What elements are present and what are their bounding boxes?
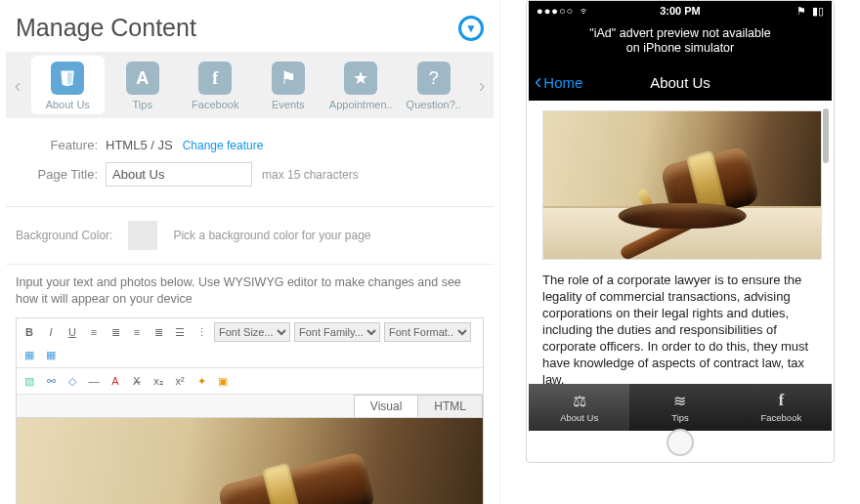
tab-appointments[interactable]: ★ Appointmen.. xyxy=(324,56,398,114)
align-left-button[interactable]: ≡ xyxy=(85,323,103,341)
text-color-button[interactable]: A xyxy=(107,372,124,390)
editor-mode-tabs: Visual HTML xyxy=(17,395,483,418)
align-right-button[interactable]: ≡ xyxy=(128,323,146,341)
feature-value: HTML5 / JS xyxy=(106,138,173,152)
panel-header: Manage Content ▼ xyxy=(6,10,494,52)
underline-button[interactable]: U xyxy=(64,323,81,341)
iad-line1: "iAd" advert preview not available xyxy=(529,26,832,41)
tab-label: Tips xyxy=(108,99,178,110)
phone-tab-label: About Us xyxy=(560,412,598,423)
iad-banner: "iAd" advert preview not available on iP… xyxy=(529,21,832,63)
bold-button[interactable]: B xyxy=(21,323,38,341)
tab-label: About Us xyxy=(33,99,103,110)
page-title-hint: max 15 characters xyxy=(262,168,359,182)
phone-tab-label: Facebook xyxy=(760,412,801,423)
html5-icon xyxy=(51,62,84,95)
preview-panel: ●●●○○ᯤ 3:00 PM ⚑▮▯ "iAd" advert preview … xyxy=(500,0,860,504)
iad-line2: on iPhone simulator xyxy=(529,41,832,56)
font-family-select[interactable]: Font Family... xyxy=(294,322,380,342)
nav-title: About Us xyxy=(529,74,832,91)
phone-tab-tips[interactable]: ≋ Tips xyxy=(629,384,730,431)
align-justify-button[interactable]: ≣ xyxy=(150,323,167,341)
background-color-row: Background Color: Pick a background colo… xyxy=(6,207,494,265)
mode-html[interactable]: HTML xyxy=(417,395,483,417)
status-bar: ●●●○○ᯤ 3:00 PM ⚑▮▯ xyxy=(529,1,832,21)
chevron-right-icon[interactable]: › xyxy=(470,74,494,97)
calendar-star-icon: ★ xyxy=(344,62,377,95)
tab-label: Question?.. xyxy=(400,99,469,110)
feature-label: Feature: xyxy=(16,138,106,152)
outdent-button[interactable]: ▦ xyxy=(42,346,60,363)
editor-toolbar-2: ▧ ⚯ ◇ — A X̶ x₂ x² ✦ ▣ xyxy=(17,368,483,395)
font-format-select[interactable]: Font Format.. xyxy=(384,322,471,342)
tab-facebook[interactable]: f Facebook xyxy=(179,56,252,114)
tab-about-us[interactable]: About Us xyxy=(31,56,105,114)
editor-toolbar-1: B I U ≡ ≣ ≡ ≣ ☰ ⋮ Font Size... Font Fami… xyxy=(17,318,483,368)
strike-button[interactable]: X̶ xyxy=(128,372,146,390)
editor-instructions: Input your text and photos below. Use WY… xyxy=(6,265,494,317)
background-color-label: Background Color: xyxy=(16,229,112,242)
tab-question[interactable]: ? Question?.. xyxy=(398,56,471,114)
nav-bar: ‹Home About Us xyxy=(529,63,832,101)
tab-label: Appointmen.. xyxy=(326,99,396,110)
page-title-input[interactable] xyxy=(106,162,252,187)
page-title-label: Page Title: xyxy=(16,167,106,182)
indent-button[interactable]: ▦ xyxy=(21,346,38,363)
battery-icon: ▮▯ xyxy=(812,5,824,18)
tab-label: Events xyxy=(254,99,323,110)
phone-frame: ●●●○○ᯤ 3:00 PM ⚑▮▯ "iAd" advert preview … xyxy=(526,0,835,463)
hr-button[interactable]: — xyxy=(85,372,103,390)
background-color-swatch[interactable] xyxy=(128,221,157,250)
italic-button[interactable]: I xyxy=(42,323,60,341)
tab-events[interactable]: ⚑ Events xyxy=(252,56,325,114)
signal-icon: ●●●○○ xyxy=(537,5,574,17)
home-button[interactable] xyxy=(666,429,694,456)
phone-tab-label: Tips xyxy=(671,412,689,423)
stack-icon: ≋ xyxy=(673,392,686,409)
gavel-image xyxy=(542,110,822,260)
change-feature-link[interactable]: Change feature xyxy=(183,139,264,152)
background-color-hint: Pick a background color for your page xyxy=(173,229,370,242)
code-button[interactable]: ◇ xyxy=(64,372,81,390)
text-icon: A xyxy=(126,62,159,95)
font-size-select[interactable]: Font Size... xyxy=(214,322,290,342)
gavel-image xyxy=(17,418,483,504)
gavel-icon: ⚖ xyxy=(573,392,586,409)
align-center-button[interactable]: ≣ xyxy=(107,323,124,341)
wifi-icon: ᯤ xyxy=(580,5,590,17)
ordered-list-button[interactable]: ☰ xyxy=(171,323,189,341)
clear-button[interactable]: ✦ xyxy=(193,372,210,390)
link-button[interactable]: ⚯ xyxy=(42,372,60,390)
phone-tab-bar: ⚖ About Us ≋ Tips f Facebook xyxy=(529,384,832,431)
content-editor-panel: Manage Content ▼ ‹ About Us A Tips f Fac… xyxy=(0,0,500,504)
feature-form: Feature: HTML5 / JS Change feature Page … xyxy=(6,118,494,207)
sub-button[interactable]: x₂ xyxy=(150,372,167,390)
question-icon: ? xyxy=(417,62,451,95)
feature-tab-strip: ‹ About Us A Tips f Facebook ⚑ Events ★ … xyxy=(6,52,494,118)
page-title: Manage Content xyxy=(16,14,196,42)
unordered-list-button[interactable]: ⋮ xyxy=(193,323,210,341)
phone-tab-facebook[interactable]: f Facebook xyxy=(731,384,832,431)
tab-label: Facebook xyxy=(181,99,250,110)
editor-canvas[interactable] xyxy=(17,418,483,504)
tab-tips[interactable]: A Tips xyxy=(107,56,180,114)
mode-visual[interactable]: Visual xyxy=(354,395,417,417)
flag-icon: ⚑ xyxy=(272,62,305,95)
about-paragraph: The role of a corporate lawyer is to ens… xyxy=(542,272,822,384)
sup-button[interactable]: x² xyxy=(171,372,189,390)
paste-button[interactable]: ▣ xyxy=(214,372,232,390)
phone-tab-about[interactable]: ⚖ About Us xyxy=(529,384,629,431)
facebook-icon: f xyxy=(779,392,784,409)
image-button[interactable]: ▧ xyxy=(21,372,38,390)
wysiwyg-editor: B I U ≡ ≣ ≡ ≣ ☰ ⋮ Font Size... Font Fami… xyxy=(16,317,484,504)
dropdown-toggle-icon[interactable]: ▼ xyxy=(458,16,484,41)
alarm-icon: ⚑ xyxy=(796,5,806,18)
chevron-left-icon[interactable]: ‹ xyxy=(6,74,29,97)
facebook-icon: f xyxy=(198,62,232,95)
preview-content[interactable]: The role of a corporate lawyer is to ens… xyxy=(529,101,832,384)
